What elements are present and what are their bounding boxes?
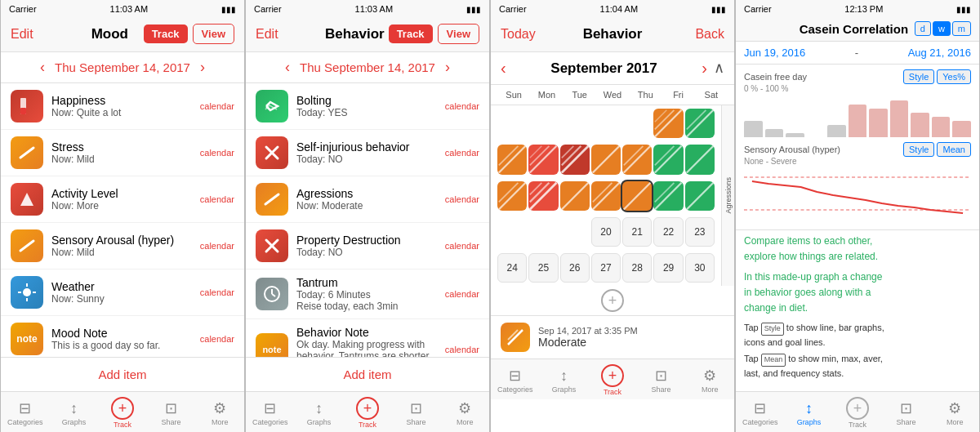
- tab-share-2[interactable]: ⊡ Share: [399, 399, 434, 426]
- view-w-btn[interactable]: w: [933, 21, 951, 36]
- cal-entry[interactable]: Sep 14, 2017 at 3:35 PM Moderate: [491, 315, 734, 359]
- tab-categories-4[interactable]: ⊟ Categories: [742, 399, 778, 426]
- prev-date-2[interactable]: ‹: [285, 59, 290, 76]
- tab-track-4[interactable]: + Track: [840, 397, 875, 429]
- list-item[interactable]: Agressions Now: Moderate calendar: [246, 176, 489, 223]
- item-value-tantrum: Today: 6 Minutes: [296, 289, 437, 301]
- calendar-link-property[interactable]: calendar: [445, 241, 479, 251]
- list-item[interactable]: Self-injurious behavior Today: NO calend…: [246, 130, 489, 176]
- cal-day[interactable]: [528, 145, 558, 174]
- yes-btn-casein[interactable]: Yes%: [937, 69, 971, 84]
- calendar-link-tantrum[interactable]: calendar: [445, 289, 479, 299]
- list-item[interactable]: Sensory Arousal (hyper) Now: Mild calend…: [1, 223, 244, 269]
- calendar-link-self-inj[interactable]: calendar: [445, 148, 479, 158]
- list-item[interactable]: Happiness Now: Quite a lot calendar: [1, 83, 244, 130]
- tab-categories-2[interactable]: ⊟ Categories: [252, 399, 288, 426]
- cal-day[interactable]: [591, 181, 621, 211]
- track-button-1[interactable]: Track: [144, 24, 188, 43]
- list-item[interactable]: note Mood Note This is a good day so far…: [1, 316, 244, 357]
- list-item[interactable]: Activity Level Now: More calendar: [1, 176, 244, 223]
- tab-graphs-3[interactable]: ↕ Graphs: [546, 367, 581, 394]
- back-button[interactable]: Back: [695, 27, 724, 42]
- track-button-2[interactable]: Track: [389, 24, 433, 43]
- view-m-btn[interactable]: m: [952, 21, 971, 36]
- style-btn-casein[interactable]: Style: [903, 69, 934, 84]
- cal-day-25[interactable]: 25: [528, 253, 558, 283]
- prev-month[interactable]: ‹: [501, 59, 506, 78]
- view-button-2[interactable]: View: [438, 24, 479, 44]
- tab-graphs-1[interactable]: ↕ Graphs: [56, 400, 91, 426]
- tab-share-3[interactable]: ⊡ Share: [644, 367, 679, 394]
- tab-more-2[interactable]: ⚙ More: [447, 399, 483, 426]
- cal-day[interactable]: [653, 181, 683, 211]
- list-item[interactable]: Property Destruction Today: NO calendar: [246, 223, 489, 269]
- calendar-link-stress[interactable]: calendar: [200, 148, 234, 158]
- cal-day[interactable]: [685, 109, 715, 138]
- calendar-link-bolting[interactable]: calendar: [445, 101, 479, 111]
- cal-day-24[interactable]: 24: [497, 253, 527, 283]
- cal-day[interactable]: [685, 145, 715, 174]
- cal-day[interactable]: [560, 181, 590, 211]
- today-button[interactable]: Today: [501, 27, 536, 42]
- calendar-link-weather[interactable]: calendar: [200, 287, 234, 297]
- cal-day-28[interactable]: 28: [622, 253, 652, 283]
- cal-day[interactable]: [653, 109, 683, 138]
- cal-day[interactable]: [560, 145, 590, 174]
- calendar-link-sensory[interactable]: calendar: [200, 241, 234, 251]
- tab-track-2[interactable]: + Track: [350, 397, 385, 429]
- next-date-2[interactable]: ›: [445, 59, 450, 76]
- calendar-link-aggressions[interactable]: calendar: [445, 194, 479, 204]
- view-button-1[interactable]: View: [193, 24, 234, 44]
- cal-day[interactable]: [591, 145, 621, 174]
- cal-day[interactable]: [622, 145, 652, 174]
- tab-track-1[interactable]: + Track: [105, 397, 140, 429]
- next-month[interactable]: ›: [702, 59, 707, 78]
- add-item-1[interactable]: Add item: [1, 357, 244, 391]
- next-date-1[interactable]: ›: [200, 59, 205, 76]
- tab-categories-3[interactable]: ⊟ Categories: [497, 367, 533, 394]
- tab-more-3[interactable]: ⚙ More: [692, 367, 728, 394]
- tab-more-1[interactable]: ⚙ More: [202, 399, 238, 426]
- view-d-btn[interactable]: d: [915, 21, 931, 36]
- mean-btn-sensory[interactable]: Mean: [937, 142, 971, 157]
- edit-button-1[interactable]: Edit: [11, 27, 33, 42]
- cal-day[interactable]: [685, 181, 715, 211]
- tab-graphs-4[interactable]: ↕ Graphs: [791, 400, 826, 426]
- calendar-link-happiness[interactable]: calendar: [200, 101, 234, 111]
- calendar-link-activity[interactable]: calendar: [200, 194, 234, 204]
- tab-categories-1[interactable]: ⊟ Categories: [7, 399, 43, 426]
- list-item[interactable]: Weather Now: Sunny calendar: [1, 269, 244, 316]
- edit-button-2[interactable]: Edit: [256, 27, 278, 42]
- tab-more-4[interactable]: ⚙ More: [937, 399, 973, 426]
- add-item-2[interactable]: Add item: [246, 357, 489, 391]
- cal-day[interactable]: [497, 145, 527, 174]
- tab-track-3[interactable]: + Track: [595, 364, 630, 396]
- cal-day[interactable]: [528, 181, 558, 211]
- style-btn-sensory[interactable]: Style: [903, 142, 934, 157]
- cal-day-14-selected[interactable]: [622, 181, 652, 211]
- list-item[interactable]: note Behavior Note Ok day. Making progre…: [246, 319, 489, 357]
- tab-graphs-2[interactable]: ↕ Graphs: [301, 400, 336, 426]
- cal-day-22[interactable]: 22: [653, 217, 683, 247]
- list-item[interactable]: Stress Now: Mild calendar: [1, 130, 244, 176]
- cal-day-29[interactable]: 29: [653, 253, 683, 283]
- cal-day-26[interactable]: 26: [560, 253, 590, 283]
- date-to[interactable]: Aug 21, 2016: [908, 47, 971, 59]
- date-from[interactable]: Jun 19, 2016: [744, 47, 805, 59]
- calendar-link-beh-note[interactable]: calendar: [445, 345, 479, 354]
- cal-day-23[interactable]: 23: [685, 217, 715, 247]
- cal-day[interactable]: [653, 145, 683, 174]
- list-item[interactable]: Bolting Today: YES calendar: [246, 83, 489, 130]
- plus-button[interactable]: +: [601, 289, 624, 312]
- list-item[interactable]: Tantrum Today: 6 Minutes Reise today, ea…: [246, 269, 489, 319]
- cal-day-20[interactable]: 20: [591, 217, 621, 247]
- prev-date-1[interactable]: ‹: [40, 59, 45, 76]
- tab-share-1[interactable]: ⊡ Share: [154, 399, 189, 426]
- cal-day[interactable]: [497, 181, 527, 211]
- collapse-icon[interactable]: ∧: [714, 59, 724, 78]
- calendar-link-note[interactable]: calendar: [200, 334, 234, 344]
- cal-day-21[interactable]: 21: [622, 217, 652, 247]
- cal-day-30[interactable]: 30: [685, 253, 715, 283]
- tab-share-4[interactable]: ⊡ Share: [889, 399, 924, 426]
- cal-day-27[interactable]: 27: [591, 253, 621, 283]
